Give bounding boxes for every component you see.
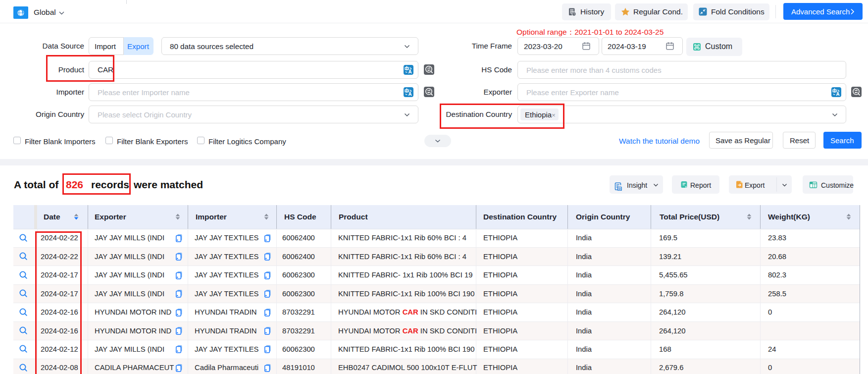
svg-text:BI: BI bbox=[618, 187, 621, 190]
